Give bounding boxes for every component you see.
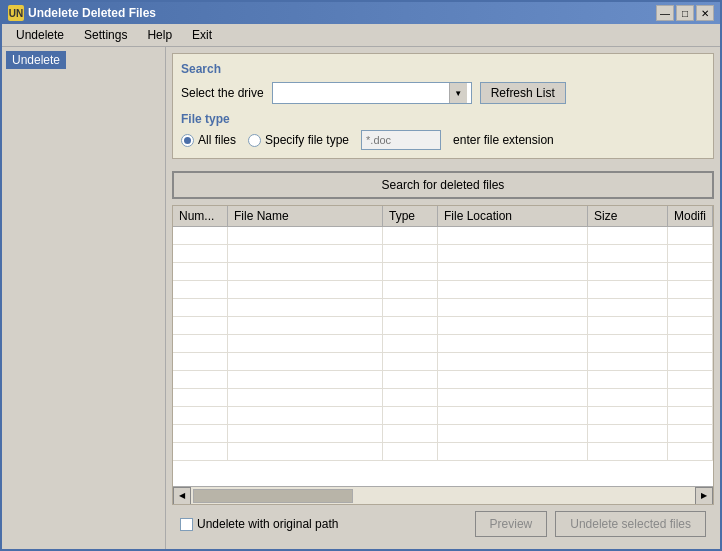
scroll-thumb[interactable] [193,489,353,503]
content-area: Search Select the drive ▼ Refresh List F… [166,47,720,549]
radio-all-files-input[interactable] [181,134,194,147]
col-num: Num... [173,206,228,226]
table-row [173,245,713,263]
drive-label: Select the drive [181,86,264,100]
radio-specify-input[interactable] [248,134,261,147]
title-bar: UN Undelete Deleted Files — □ ✕ [2,2,720,24]
table-body[interactable] [173,227,713,486]
table-row [173,371,713,389]
app-icon: UN [8,5,24,21]
table-row [173,443,713,461]
title-bar-left: UN Undelete Deleted Files [8,5,156,21]
scroll-left-button[interactable]: ◀ [173,487,191,505]
close-button[interactable]: ✕ [696,5,714,21]
search-section: Search Select the drive ▼ Refresh List F… [172,53,714,159]
ext-hint-label: enter file extension [453,133,554,147]
menu-help[interactable]: Help [137,26,182,44]
preview-button[interactable]: Preview [475,511,548,537]
radio-specify[interactable]: Specify file type [248,133,349,147]
radio-all-files-label: All files [198,133,236,147]
minimize-button[interactable]: — [656,5,674,21]
scroll-track[interactable] [191,487,695,504]
original-path-checkbox[interactable] [180,518,193,531]
table-row [173,389,713,407]
window-title: Undelete Deleted Files [28,6,156,20]
menu-bar: Undelete Settings Help Exit [2,24,720,47]
refresh-button[interactable]: Refresh List [480,82,566,104]
table-row [173,281,713,299]
scroll-right-button[interactable]: ▶ [695,487,713,505]
filetype-section: File type All files Specify file type [181,112,705,150]
filetype-row: All files Specify file type enter file e… [181,130,705,150]
table-row [173,425,713,443]
table-row [173,407,713,425]
table-row [173,317,713,335]
main-container: Undelete Search Select the drive ▼ Refre… [2,47,720,549]
results-section: Num... File Name Type File Location Size… [172,205,714,505]
horizontal-scrollbar[interactable]: ◀ ▶ [173,486,713,504]
table-row [173,353,713,371]
radio-specify-label: Specify file type [265,133,349,147]
file-extension-input[interactable] [361,130,441,150]
search-button[interactable]: Search for deleted files [172,171,714,199]
drive-row: Select the drive ▼ Refresh List [181,82,705,104]
sidebar: Undelete [2,47,166,549]
col-size: Size [588,206,668,226]
original-path-label: Undelete with original path [197,517,338,531]
drive-select[interactable]: ▼ [272,82,472,104]
col-location: File Location [438,206,588,226]
search-btn-row: Search for deleted files [172,171,714,199]
title-bar-buttons: — □ ✕ [656,5,714,21]
col-filename: File Name [228,206,383,226]
radio-dot [184,137,191,144]
sidebar-item-undelete[interactable]: Undelete [6,51,66,69]
combo-arrow-icon[interactable]: ▼ [449,83,467,103]
radio-all-files[interactable]: All files [181,133,236,147]
table-row [173,227,713,245]
menu-settings[interactable]: Settings [74,26,137,44]
search-title: Search [181,62,705,76]
table-row [173,263,713,281]
table-row [173,299,713,317]
main-window: UN Undelete Deleted Files — □ ✕ Undelete… [0,0,722,551]
footer: Undelete with original path Preview Unde… [172,505,714,543]
filetype-label: File type [181,112,705,126]
col-modified: Modifi [668,206,713,226]
table-row [173,335,713,353]
undelete-selected-button[interactable]: Undelete selected files [555,511,706,537]
menu-undelete[interactable]: Undelete [6,26,74,44]
menu-exit[interactable]: Exit [182,26,222,44]
checkbox-row: Undelete with original path [180,517,467,531]
col-type: Type [383,206,438,226]
maximize-button[interactable]: □ [676,5,694,21]
table-header: Num... File Name Type File Location Size… [173,206,713,227]
